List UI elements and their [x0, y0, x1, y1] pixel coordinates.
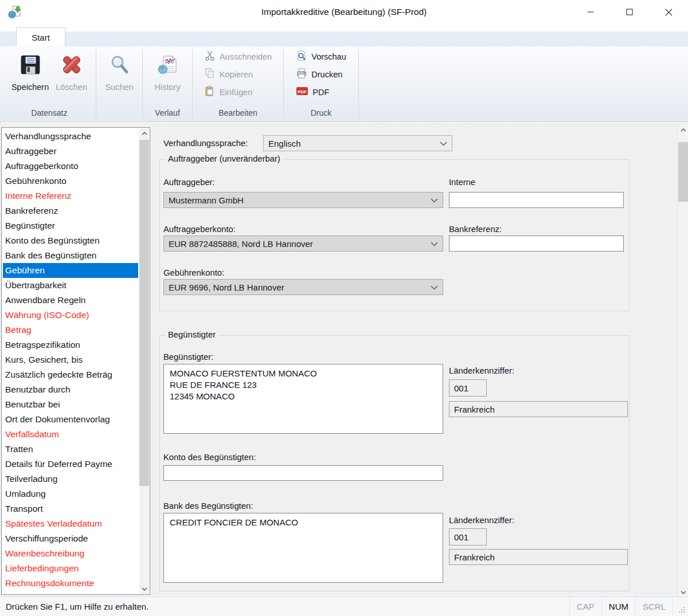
sidebar-scrollbar[interactable]	[139, 128, 149, 594]
sidebar-item[interactable]: Verfallsdatum	[3, 427, 138, 442]
caps-lock-indicator: CAP	[569, 597, 601, 616]
ribbon: Speichern Löschen Dat	[0, 46, 688, 122]
sidebar-scrollbar-thumb[interactable]	[139, 140, 149, 486]
gebuehrenkonto-value: EUR 9696, Nord LB Hannover	[169, 283, 284, 292]
gebuehrenkonto-dropdown: EUR 9696, Nord LB Hannover	[163, 279, 443, 295]
minimize-button[interactable]	[571, 0, 610, 24]
content-scrollbar[interactable]	[678, 125, 688, 597]
sidebar-item[interactable]: Verschiffungsperiode	[3, 531, 138, 546]
sidebar-item[interactable]: Gebührenkonto	[3, 174, 138, 189]
verhandlungssprache-dropdown[interactable]: Englisch	[263, 135, 452, 151]
auftraggeberkonto-label: Auftraggeberkonto:	[163, 225, 236, 234]
sidebar-item[interactable]: Auftraggeberkonto	[3, 159, 138, 174]
vorschau-label: Vorschau	[311, 52, 346, 61]
sidebar-item[interactable]: Bankreferenz	[3, 203, 138, 218]
print-icon	[296, 68, 307, 81]
maximize-button[interactable]	[610, 0, 649, 24]
laenderkennziffer-country-field: Frankreich	[449, 549, 628, 565]
auftraggeberkonto-value: EUR 8872485888, Nord LB Hannover	[169, 239, 313, 249]
sidebar-item[interactable]: Ort der Dokumentenvorlag	[3, 412, 138, 427]
sidebar-item[interactable]: Währung (ISO-Code)	[3, 308, 138, 323]
bankreferenz-input[interactable]	[449, 236, 624, 252]
auftraggeberkonto-dropdown: EUR 8872485888, Nord LB Hannover	[163, 236, 443, 252]
group-label-verlauf: Verlauf	[146, 107, 189, 120]
gebuehrenkonto-label: Gebührenkonto:	[163, 268, 224, 277]
close-button[interactable]	[649, 0, 688, 24]
chevron-down-icon	[431, 285, 438, 290]
title-bar: Importakkreditive (Bearbeitung) (SF-Prod…	[0, 0, 688, 24]
ribbon-group-suchen: Suchen	[98, 46, 140, 121]
ribbon-group-verlauf: History Verlauf	[144, 46, 190, 121]
cut-icon	[204, 50, 216, 63]
einfuegen-button: Einfügen	[201, 83, 256, 101]
sidebar-item[interactable]: Teilverladung	[3, 472, 138, 486]
sidebar-item[interactable]: Warenbeschreibung	[3, 546, 138, 561]
suchen-label: Suchen	[105, 83, 133, 92]
content-scrollbar-thumb[interactable]	[678, 142, 688, 202]
beguenstigter-label: Begünstigter:	[163, 352, 213, 362]
ribbon-tab-strip: Start	[0, 24, 688, 46]
status-message: Drücken Sie F1, um Hilfe zu erhalten.	[6, 597, 148, 616]
tab-start[interactable]: Start	[16, 28, 65, 47]
einfuegen-label: Einfügen	[220, 88, 252, 97]
scroll-down-icon[interactable]	[139, 584, 149, 594]
keyboard-indicators: CAP NUM SCRL	[569, 597, 673, 616]
scroll-down-icon[interactable]	[678, 587, 688, 597]
sidebar-item[interactable]: Details für Deferred Payme	[3, 457, 138, 472]
sidebar-item[interactable]: Spätestes Verladedatum	[3, 516, 138, 531]
interne-label: Interne	[449, 178, 475, 187]
section-list: Verhandlungssprache Auftraggeber Auftrag…	[1, 127, 150, 595]
sidebar-item[interactable]: Umladung	[3, 486, 138, 501]
copy-icon	[204, 68, 216, 81]
sidebar-item[interactable]: Interne Referenz	[3, 189, 138, 203]
bank-des-beguenstigten-textarea[interactable]	[163, 513, 443, 583]
drucken-button[interactable]: Drucken	[292, 65, 346, 83]
interne-input[interactable]	[449, 192, 624, 208]
sidebar-item[interactable]: Betrag	[3, 323, 138, 338]
konto-des-beguenstigten-label: Konto des Begünstigten:	[163, 453, 256, 462]
sidebar-item[interactable]: Lieferbedingungen	[3, 561, 138, 576]
verhandlungssprache-label: Verhandlungssprache:	[163, 139, 248, 148]
sidebar-item[interactable]: Übertragbarkeit	[3, 278, 138, 293]
status-bar: Drücken Sie F1, um Hilfe zu erhalten. CA…	[0, 597, 688, 616]
laenderkennziffer-country-field: Frankreich	[449, 401, 628, 417]
sidebar-item[interactable]: Bank des Begünstigten	[3, 248, 138, 263]
sidebar-item[interactable]: Betragspezifikation	[3, 338, 138, 352]
konto-des-beguenstigten-input[interactable]	[163, 465, 443, 481]
sidebar-item[interactable]: Benutzbar bei	[3, 397, 138, 412]
sidebar-item-selected[interactable]: Gebühren	[3, 263, 138, 278]
bankreferenz-label: Bankreferenz:	[449, 225, 502, 234]
drucken-label: Drucken	[311, 70, 342, 79]
scroll-up-icon[interactable]	[678, 125, 688, 135]
save-icon	[19, 52, 41, 77]
sidebar-item[interactable]: Konto des Begünstigten	[3, 233, 138, 248]
group-label-druck: Druck	[287, 107, 355, 120]
sidebar-item[interactable]: Transport	[3, 501, 138, 516]
sidebar-item[interactable]: Verhandlungssprache	[3, 129, 138, 144]
sidebar-item[interactable]: Anwendbare Regeln	[3, 293, 138, 308]
loeschen-label: Löschen	[56, 83, 87, 92]
app-window: Importakkreditive (Bearbeitung) (SF-Prod…	[0, 0, 688, 616]
resize-grip[interactable]	[679, 607, 686, 614]
beguenstigter-textarea[interactable]	[163, 364, 443, 434]
section-list-items: Verhandlungssprache Auftraggeber Auftrag…	[3, 129, 138, 594]
speichern-button[interactable]: Speichern	[8, 48, 52, 92]
sidebar-item[interactable]: Benutzbar durch	[3, 382, 138, 397]
sidebar-item[interactable]: Tratten	[3, 442, 138, 457]
vorschau-button[interactable]: Vorschau	[292, 48, 349, 65]
sidebar-item[interactable]: Auftraggeber	[3, 144, 138, 159]
main-area: Verhandlungssprache Auftraggeber Auftrag…	[0, 123, 688, 597]
sidebar-item[interactable]: Rechnungsdokumente	[3, 576, 138, 591]
detail-form: Verhandlungssprache: Englisch Auftraggeb…	[152, 125, 688, 597]
group-label-bearbeiten: Bearbeiten	[196, 107, 280, 120]
sidebar-item[interactable]: Kurs, Gesichert, bis	[3, 352, 138, 367]
laenderkennziffer-code-field: 001	[449, 528, 487, 546]
history-button: History	[151, 48, 183, 92]
sidebar-item[interactable]: Begünstigter	[3, 218, 138, 233]
sidebar-item[interactable]: Zusätzlich gedeckte Beträg	[3, 367, 138, 382]
laenderkennziffer-code-field: 001	[449, 379, 487, 397]
scroll-up-icon[interactable]	[139, 128, 149, 138]
pdf-button[interactable]: PDF PDF	[292, 83, 333, 101]
auftraggeber-dropdown: Mustermann GmbH	[163, 192, 443, 208]
loeschen-button: Löschen	[52, 48, 91, 92]
